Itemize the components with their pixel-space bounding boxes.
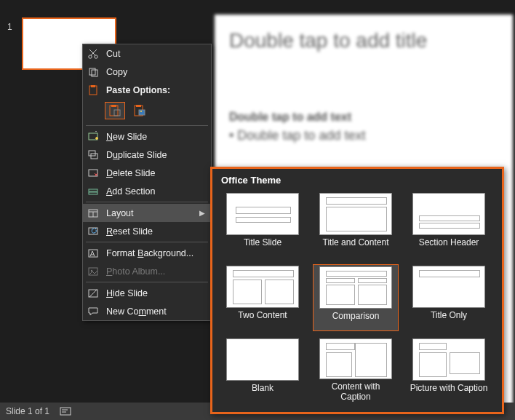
comment-icon	[87, 306, 99, 317]
layout-label: Blank	[223, 384, 303, 394]
svg-rect-0	[60, 408, 71, 415]
layout-thumb	[226, 266, 299, 308]
menu-new-comment[interactable]: New Comment	[83, 302, 211, 320]
svg-rect-13	[114, 110, 120, 116]
svg-rect-16	[139, 110, 145, 115]
copy-icon	[87, 66, 99, 78]
menu-add-section-label: Add Section	[106, 186, 205, 197]
clipboard-icon	[87, 84, 99, 96]
menu-delete-slide-label: Delete Slide	[106, 168, 205, 178]
menu-format-background-label: Format Background...	[106, 248, 205, 258]
paste-options-row	[83, 99, 211, 124]
chevron-right-icon: ▶	[199, 209, 205, 217]
layout-title-slide[interactable]: Title Slide	[220, 191, 306, 258]
layout-two-content[interactable]: Two Content	[220, 264, 306, 331]
svg-line-34	[89, 290, 97, 297]
layout-thumb	[412, 266, 485, 308]
layout-thumb	[226, 193, 299, 235]
menu-new-slide[interactable]: New Slide	[83, 127, 211, 146]
svg-rect-10	[91, 85, 95, 87]
menu-new-slide-label: New Slide	[106, 132, 205, 142]
layout-picture-with-caption[interactable]: Picture with Caption	[406, 337, 492, 404]
menu-duplicate-slide-label: Duplicate Slide	[106, 150, 205, 160]
delete-slide-icon	[87, 167, 99, 179]
menu-photo-album-label: Photo Album...	[106, 266, 205, 277]
layout-thumb	[319, 266, 392, 309]
new-slide-icon	[87, 131, 99, 143]
duplicate-slide-icon	[87, 149, 99, 161]
layout-section-header[interactable]: Section Header	[406, 191, 492, 258]
svg-rect-15	[136, 105, 141, 107]
menu-layout-label: Layout	[106, 208, 205, 218]
svg-point-17	[140, 111, 142, 112]
layout-comparison[interactable]: Comparison	[313, 264, 399, 331]
svg-rect-24	[89, 189, 97, 191]
photo-album-icon	[87, 266, 99, 277]
layout-blank[interactable]: Blank	[220, 337, 306, 404]
layout-label: Title Only	[409, 311, 489, 321]
layout-label: Picture with Caption	[409, 384, 489, 394]
svg-line-6	[89, 49, 95, 55]
menu-cut-label: Cut	[106, 49, 205, 59]
menu-copy[interactable]: Copy	[83, 63, 211, 81]
menu-copy-label: Copy	[106, 67, 205, 77]
menu-new-comment-label: New Comment	[106, 306, 205, 317]
layout-content-with-caption[interactable]: Content with Caption	[313, 337, 399, 404]
svg-line-5	[91, 49, 97, 55]
svg-rect-25	[89, 192, 97, 194]
layout-thumb	[319, 338, 392, 379]
svg-point-4	[95, 55, 97, 58]
menu-separator	[86, 282, 208, 282]
menu-add-section[interactable]: Add Section	[83, 182, 211, 200]
menu-delete-slide[interactable]: Delete Slide	[83, 164, 211, 182]
layout-label: Section Header	[409, 238, 489, 248]
layout-label: Comparison	[316, 312, 396, 322]
svg-rect-8	[92, 70, 97, 76]
scissors-icon	[87, 48, 99, 60]
svg-point-3	[89, 55, 92, 58]
notes-icon[interactable]	[60, 407, 70, 416]
layout-flyout: Office Theme Title Slide Title and Conte…	[210, 167, 504, 414]
layout-label: Two Content	[223, 311, 303, 321]
layout-icon	[87, 207, 99, 219]
layout-thumb	[412, 338, 485, 381]
format-background-icon	[87, 247, 99, 259]
context-menu: Cut Copy Paste Options: New Slide Duplic…	[82, 44, 212, 321]
menu-reset-slide-label: Reset Slide	[106, 226, 205, 237]
menu-separator	[86, 242, 208, 242]
title-placeholder[interactable]: Double tap to add title	[229, 29, 498, 52]
layout-label: Title Slide	[223, 238, 303, 248]
hide-slide-icon	[87, 288, 99, 299]
svg-rect-12	[111, 105, 116, 107]
menu-reset-slide[interactable]: Reset Slide	[83, 222, 211, 240]
layout-thumb	[412, 193, 485, 235]
reset-slide-icon	[87, 226, 99, 237]
menu-paste-options-label: Paste Options:	[83, 81, 211, 99]
menu-duplicate-slide[interactable]: Duplicate Slide	[83, 146, 211, 164]
layout-title-and-content[interactable]: Title and Content	[313, 191, 399, 258]
layout-title-only[interactable]: Title Only	[406, 264, 492, 331]
slide-number: 1	[7, 22, 12, 32]
layout-thumb	[226, 338, 299, 381]
layout-flyout-heading: Office Theme	[221, 175, 495, 186]
menu-cut[interactable]: Cut	[83, 44, 211, 63]
layout-label: Title and Content	[316, 238, 396, 248]
menu-separator	[86, 125, 208, 126]
paste-keep-formatting[interactable]	[105, 102, 125, 119]
layout-grid: Title Slide Title and Content Section He…	[220, 191, 495, 404]
menu-hide-slide-label: Hide Slide	[106, 288, 205, 298]
menu-separator	[86, 202, 208, 202]
menu-hide-slide[interactable]: Hide Slide	[83, 284, 211, 302]
layout-label: Content with Caption	[316, 382, 396, 403]
subtitle-placeholder[interactable]: Double tap to add text	[229, 111, 498, 124]
paste-picture[interactable]	[129, 102, 150, 119]
layout-thumb	[319, 193, 392, 235]
menu-format-background[interactable]: Format Background...	[83, 244, 211, 262]
body-placeholder[interactable]: • Double tap to add text	[229, 128, 498, 143]
menu-photo-album: Photo Album...	[83, 262, 211, 280]
slide-counter: Slide 1 of 1	[6, 406, 49, 416]
menu-layout[interactable]: Layout ▶	[83, 204, 211, 222]
svg-rect-7	[89, 68, 95, 75]
add-section-icon	[87, 186, 99, 197]
